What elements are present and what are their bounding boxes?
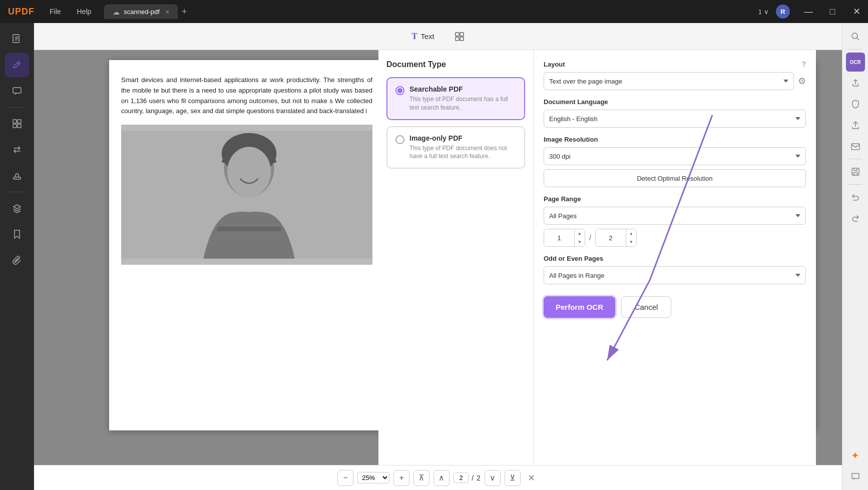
odd-even-select[interactable]: All Pages in RangeOdd Pages OnlyEven Pag… [544, 266, 806, 284]
range-end-input[interactable] [596, 229, 626, 246]
first-page-button[interactable]: ⊼ [413, 470, 429, 486]
resolution-section: Image Resolution 72 dpi150 dpi300 dpi600… [544, 136, 806, 187]
page-indicator: 1 ∨ [758, 8, 769, 16]
rs-bottom-icons: ✦ [846, 446, 865, 486]
rs-share-icon[interactable] [846, 116, 865, 135]
rs-save-icon[interactable] [846, 162, 865, 181]
image-only-pdf-content: Image-only PDF This type of PDF document… [409, 134, 516, 161]
sidebar-icon-stamp[interactable] [5, 164, 29, 188]
range-start-input[interactable] [544, 229, 574, 246]
maximize-button[interactable]: □ [821, 0, 844, 23]
rs-export-icon[interactable] [846, 74, 865, 93]
chevron-down-icon[interactable]: ∨ [764, 8, 769, 16]
sidebar-icon-attachment[interactable] [5, 248, 29, 272]
image-only-pdf-radio[interactable] [395, 135, 404, 144]
sidebar-divider-2 [8, 192, 26, 192]
page-range-select[interactable]: All PagesCurrent PageCustom Range [544, 207, 806, 225]
pdf-text-main: Smart devices and internet-based applica… [121, 75, 372, 117]
sidebar-icon-edit[interactable] [5, 53, 29, 77]
document-type-title: Document Type [386, 60, 525, 69]
next-page-button[interactable]: ∨ [485, 470, 501, 486]
toolbar-extra[interactable] [447, 29, 473, 45]
sidebar-icon-reader[interactable] [5, 27, 29, 51]
rs-chat-icon[interactable] [846, 467, 865, 486]
menu-file[interactable]: File [43, 6, 68, 18]
rs-email-icon[interactable] [846, 137, 865, 156]
rs-ocr-icon[interactable]: OCR [846, 53, 865, 72]
title-bar: UPDF File Help ☁ scanned-pdf × + 1 ∨ R —… [0, 0, 868, 23]
perform-ocr-button[interactable]: Perform OCR [544, 296, 615, 318]
action-buttons: Perform OCR Cancel [544, 296, 806, 318]
page-separator: / [472, 474, 474, 482]
close-button[interactable]: ✕ [845, 0, 868, 23]
resolution-label: Image Resolution [544, 136, 806, 143]
toolbar-text-label: Text [420, 32, 435, 41]
tab-label: scanned-pdf [124, 8, 160, 16]
searchable-pdf-option[interactable]: Searchable PDF This type of PDF document… [386, 77, 525, 120]
resolution-select[interactable]: 72 dpi150 dpi300 dpi600 dpi [544, 147, 806, 165]
svg-rect-4 [13, 124, 17, 128]
sidebar-icon-convert[interactable] [5, 138, 29, 162]
help-icon[interactable]: ? [801, 60, 806, 68]
language-select[interactable]: English - EnglishFrench - FrançaisGerman… [544, 110, 806, 128]
range-end-up[interactable]: ▲ [626, 229, 636, 238]
image-only-pdf-option[interactable]: Image-only PDF This type of PDF document… [386, 126, 525, 169]
sidebar-icon-comment[interactable] [5, 79, 29, 103]
page-number: 1 [758, 8, 762, 16]
range-end-down[interactable]: ▼ [626, 238, 636, 246]
new-tab-button[interactable]: + [182, 7, 187, 17]
rs-search-icon[interactable] [846, 27, 865, 46]
rs-ai-icon[interactable]: ✦ [846, 446, 865, 465]
document-type-panel: Document Type Searchable PDF This type o… [378, 50, 534, 465]
close-view-button[interactable]: ✕ [525, 471, 539, 485]
avatar[interactable]: R [776, 5, 790, 19]
sidebar-icon-layers[interactable] [5, 196, 29, 220]
sidebar-icon-bookmark[interactable] [5, 222, 29, 246]
page-input-area: / 2 [454, 472, 481, 483]
range-start-up[interactable]: ▲ [575, 229, 585, 238]
searchable-pdf-content: Searchable PDF This type of PDF document… [409, 85, 516, 112]
svg-rect-3 [18, 120, 21, 123]
page-number-input[interactable] [454, 472, 469, 483]
window-controls: 1 ∨ R — □ ✕ [758, 0, 868, 23]
toolbar: 𝐓 Text [34, 23, 842, 50]
pdf-image [121, 125, 372, 265]
text-icon: 𝐓 [411, 31, 417, 42]
svg-point-14 [227, 147, 271, 197]
settings-gear-icon[interactable]: ⚙ [798, 76, 806, 87]
svg-rect-15 [217, 227, 281, 231]
range-start-group: ▲ ▼ [544, 229, 585, 247]
zoom-select[interactable]: 10%15%25%50%75%100%125%150%200% [357, 472, 389, 483]
layout-label: Layout ? [544, 60, 806, 68]
zoom-out-button[interactable]: − [337, 470, 353, 486]
prev-page-button[interactable]: ∧ [433, 470, 450, 486]
settings-panel: Layout ? Text over the page imageText un… [534, 50, 816, 465]
image-only-pdf-desc: This type of PDF document does not have … [409, 144, 516, 161]
tab-scanned-pdf[interactable]: ☁ scanned-pdf × [104, 5, 178, 19]
last-page-button[interactable]: ⊻ [505, 470, 521, 486]
range-end-group: ▲ ▼ [595, 229, 637, 247]
zoom-in-button[interactable]: + [393, 470, 409, 486]
detect-resolution-button[interactable]: Detect Optimal Resolution [544, 169, 806, 187]
layout-select[interactable]: Text over the page imageText under the p… [544, 72, 794, 90]
rs-undo-icon[interactable] [846, 188, 865, 207]
tab-close-icon[interactable]: × [166, 9, 169, 16]
toolbar-text[interactable]: 𝐓 Text [403, 28, 443, 45]
svg-rect-2 [13, 120, 17, 123]
range-start-down[interactable]: ▼ [575, 238, 585, 246]
minimize-button[interactable]: — [797, 0, 820, 23]
svg-rect-5 [18, 124, 21, 128]
rs-redo-icon[interactable] [846, 209, 865, 228]
searchable-pdf-radio[interactable] [395, 86, 404, 95]
rs-divider-1 [848, 49, 862, 50]
svg-rect-8 [460, 33, 464, 36]
left-sidebar [0, 23, 34, 490]
language-section: Document Language English - EnglishFrenc… [544, 98, 806, 128]
cancel-button[interactable]: Cancel [621, 296, 671, 318]
svg-rect-1 [13, 88, 21, 93]
main-layout: 𝐓 Text Smart devices and internet-based … [0, 23, 868, 490]
menu-help[interactable]: Help [70, 6, 99, 18]
svg-rect-10 [460, 37, 464, 41]
sidebar-icon-organize[interactable] [5, 112, 29, 136]
rs-protect-icon[interactable] [846, 95, 865, 114]
